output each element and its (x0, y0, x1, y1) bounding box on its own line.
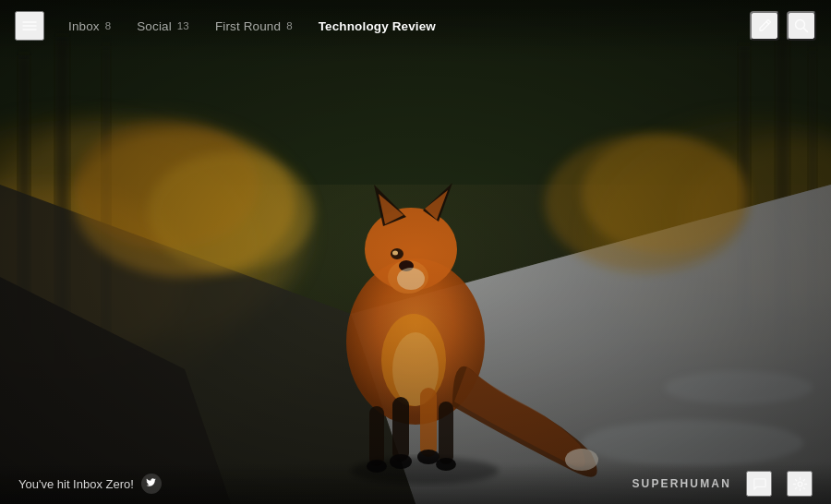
settings-button[interactable] (787, 471, 813, 497)
tab-first-round-label: First Round (215, 19, 281, 33)
tab-social-label: Social (137, 19, 172, 33)
tab-inbox[interactable]: Inbox 8 (55, 14, 124, 39)
tab-technology-review[interactable]: Technology Review (306, 14, 449, 39)
navbar: Inbox 8 Social 13 First Round 8 Technolo… (0, 0, 831, 52)
superhuman-logo: SUPERHUMAN (632, 477, 731, 490)
tab-social[interactable]: Social 13 (124, 14, 202, 39)
nav-right (750, 11, 816, 41)
tab-technology-review-label: Technology Review (319, 19, 436, 33)
svg-rect-47 (0, 0, 831, 504)
nav-left: Inbox 8 Social 13 First Round 8 Technolo… (15, 11, 750, 41)
svg-line-53 (766, 22, 769, 25)
inbox-zero-message: You've hit Inbox Zero! (18, 474, 162, 494)
compose-button[interactable] (750, 11, 779, 41)
chat-button[interactable] (746, 471, 772, 497)
tab-first-round-badge: 8 (286, 20, 293, 31)
tab-social-badge: 13 (177, 20, 189, 31)
tab-inbox-label: Inbox (68, 19, 100, 33)
fox-illustration (0, 0, 831, 504)
svg-line-55 (804, 29, 808, 32)
inbox-zero-text: You've hit Inbox Zero! (18, 477, 134, 491)
bottom-bar: You've hit Inbox Zero! SUPERHUMAN (0, 463, 831, 504)
twitter-icon (141, 474, 162, 494)
svg-point-56 (798, 482, 802, 486)
bottom-right: SUPERHUMAN (632, 471, 813, 497)
menu-button[interactable] (15, 11, 44, 41)
search-button[interactable] (787, 11, 816, 41)
tab-inbox-badge: 8 (105, 20, 112, 31)
tab-first-round[interactable]: First Round 8 (202, 14, 306, 39)
